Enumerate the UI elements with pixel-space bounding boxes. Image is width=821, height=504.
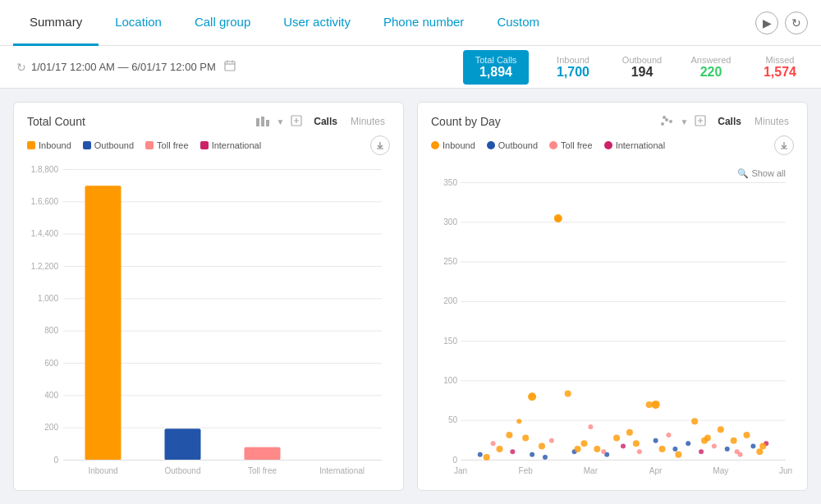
- svg-point-115: [575, 446, 581, 452]
- svg-point-82: [565, 390, 571, 396]
- answered-label: Answered: [691, 55, 732, 65]
- scatter-legend-inbound: Inbound: [431, 135, 475, 155]
- svg-rect-36: [245, 447, 281, 460]
- svg-text:Toll free: Toll free: [248, 466, 277, 475]
- scatter-outbound-dot: [487, 141, 495, 149]
- svg-text:350: 350: [443, 178, 457, 187]
- svg-point-90: [626, 429, 633, 436]
- total-calls-stat[interactable]: Total Calls 1,894: [463, 50, 529, 85]
- svg-text:1.2,200: 1.2,200: [31, 262, 59, 271]
- svg-point-113: [522, 434, 529, 441]
- scatter-minutes-toggle-btn[interactable]: Minutes: [750, 114, 794, 129]
- total-calls-label: Total Calls: [475, 55, 517, 65]
- refresh-button[interactable]: ↻: [785, 11, 808, 34]
- tab-call-group[interactable]: Call group: [178, 0, 267, 46]
- count-by-day-title: Count by Day: [431, 115, 660, 128]
- total-count-title: Total Count: [27, 115, 256, 128]
- svg-point-97: [686, 441, 690, 446]
- outbound-legend-dot: [83, 141, 91, 149]
- svg-text:100: 100: [443, 376, 457, 385]
- svg-rect-6: [266, 120, 269, 126]
- svg-point-110: [478, 452, 483, 457]
- svg-point-79: [539, 443, 545, 450]
- outbound-stat: Outbound 194: [617, 55, 667, 80]
- svg-point-44: [663, 116, 666, 119]
- minutes-toggle-btn[interactable]: Minutes: [346, 114, 390, 129]
- scatter-chart-svg: 🔍 Show all050100150200250300350JanFebMar…: [431, 160, 794, 481]
- missed-stat: Missed 1,574: [755, 55, 805, 80]
- svg-point-119: [701, 438, 708, 444]
- svg-point-94: [659, 446, 666, 452]
- inbound-stat: Inbound 1,700: [548, 55, 598, 80]
- scatter-toll-free-label: Toll free: [561, 140, 593, 150]
- svg-point-121: [759, 443, 766, 450]
- bar-chart-type-icon[interactable]: [256, 115, 269, 129]
- tab-phone-number[interactable]: Phone number: [367, 0, 480, 46]
- scatter-chart-type-icon[interactable]: [660, 115, 673, 129]
- bar-chart-svg: 02004006008001,0001.2,2001.4,4001.6,6001…: [27, 160, 390, 481]
- svg-point-92: [646, 401, 653, 408]
- toll-free-legend-label: Toll free: [157, 140, 189, 150]
- calendar-icon[interactable]: [224, 60, 236, 74]
- svg-text:250: 250: [443, 257, 457, 266]
- svg-point-93: [654, 438, 658, 443]
- international-legend-label: International: [212, 140, 262, 150]
- scatter-export-icon[interactable]: [695, 115, 706, 129]
- svg-text:International: International: [319, 466, 365, 475]
- international-legend-dot: [200, 141, 209, 149]
- total-count-panel: Total Count ▼ Calls Minutes Inbound: [13, 102, 404, 491]
- scatter-inbound-label: Inbound: [443, 140, 475, 150]
- calls-toggle-btn[interactable]: Calls: [309, 114, 342, 129]
- tab-custom[interactable]: Custom: [480, 0, 556, 46]
- svg-point-84: [580, 440, 587, 447]
- stats-group: Total Calls 1,894 Inbound 1,700 Outbound…: [463, 50, 805, 85]
- export-icon[interactable]: [291, 115, 302, 129]
- svg-text:🔍 Show all: 🔍 Show all: [737, 167, 786, 179]
- svg-text:Apr: Apr: [649, 466, 663, 475]
- scatter-download-button[interactable]: [774, 135, 794, 155]
- inbound-label: Inbound: [557, 55, 589, 65]
- svg-point-101: [712, 444, 717, 449]
- refresh-small-icon[interactable]: ↻: [16, 61, 26, 74]
- scatter-chart-area: 🔍 Show all050100150200250300350JanFebMar…: [431, 160, 794, 481]
- bar-chart-area: 02004006008001,0001.2,2001.4,4001.6,6001…: [27, 160, 390, 481]
- svg-text:Jun: Jun: [779, 466, 792, 475]
- download-button[interactable]: [370, 135, 390, 155]
- svg-point-95: [666, 433, 671, 438]
- svg-text:Jan: Jan: [454, 466, 467, 475]
- play-button[interactable]: ▶: [755, 11, 778, 34]
- scatter-calls-toggle-btn[interactable]: Calls: [713, 114, 746, 129]
- outbound-value: 194: [631, 65, 654, 80]
- inbound-legend-label: Inbound: [39, 140, 71, 150]
- svg-point-106: [743, 432, 750, 438]
- svg-point-117: [633, 440, 640, 447]
- svg-point-107: [750, 444, 755, 449]
- chart-type-arrow[interactable]: ▼: [276, 117, 284, 126]
- tab-summary[interactable]: Summary: [13, 0, 99, 46]
- outbound-label: Outbound: [622, 55, 662, 65]
- svg-point-98: [691, 418, 698, 424]
- svg-text:1.6,600: 1.6,600: [31, 197, 59, 206]
- svg-text:Mar: Mar: [584, 466, 599, 475]
- scatter-inbound-dot: [431, 141, 439, 149]
- missed-label: Missed: [766, 55, 795, 65]
- svg-point-88: [613, 434, 620, 441]
- answered-stat: Answered 220: [686, 55, 736, 80]
- answered-value: 220: [700, 65, 722, 80]
- svg-point-96: [675, 451, 681, 458]
- calls-minutes-toggle: Calls Minutes: [309, 114, 390, 129]
- total-count-legend: Inbound Outbound Toll free International: [27, 135, 390, 155]
- tab-location[interactable]: Location: [99, 0, 178, 46]
- tab-user-activity[interactable]: User activity: [267, 0, 367, 46]
- scatter-chart-type-arrow[interactable]: ▼: [680, 117, 688, 126]
- date-range-control: ↻ 1/01/17 12:00 AM — 6/01/17 12:00 PM: [16, 60, 236, 74]
- svg-text:50: 50: [448, 415, 458, 424]
- inbound-value: 1,700: [557, 65, 589, 80]
- svg-point-42: [665, 118, 668, 121]
- nav-tabs: Summary Location Call group User activit…: [13, 0, 755, 46]
- svg-text:200: 200: [443, 296, 457, 305]
- svg-point-108: [756, 448, 763, 455]
- legend-toll-free: Toll free: [145, 135, 189, 155]
- svg-text:0: 0: [452, 456, 457, 465]
- scatter-legend-outbound: Outbound: [487, 135, 538, 155]
